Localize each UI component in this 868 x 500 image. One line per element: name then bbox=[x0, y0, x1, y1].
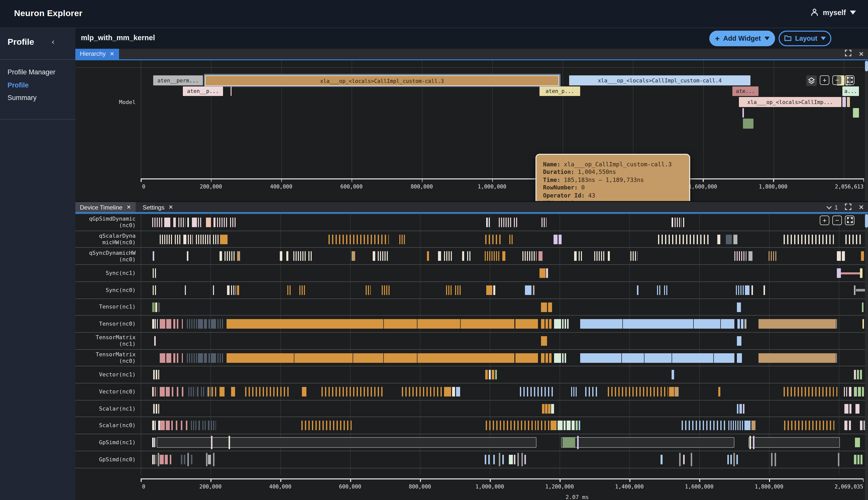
timeline-segment[interactable] bbox=[713, 353, 714, 363]
timeline-segment[interactable] bbox=[218, 353, 223, 363]
timeline-segment[interactable] bbox=[164, 218, 170, 227]
timeline-segment[interactable] bbox=[734, 251, 747, 261]
timeline-segment[interactable] bbox=[683, 218, 684, 227]
timeline-segment[interactable] bbox=[658, 235, 711, 244]
timeline-segment[interactable] bbox=[154, 438, 156, 447]
timeline-segment[interactable] bbox=[217, 218, 228, 227]
tab-close-icon[interactable]: ✕ bbox=[169, 204, 173, 211]
timeline-segment[interactable] bbox=[608, 387, 668, 397]
timeline-segment[interactable] bbox=[849, 404, 852, 413]
timeline-segment[interactable] bbox=[378, 251, 388, 261]
timeline-segment[interactable] bbox=[227, 285, 230, 295]
timeline-segment[interactable] bbox=[549, 353, 552, 363]
timeline-segment[interactable] bbox=[499, 218, 512, 227]
timeline-segment[interactable] bbox=[842, 251, 845, 261]
timeline-segment[interactable] bbox=[198, 353, 203, 363]
flame-bar[interactable]: xla___op_<locals>CallImpl_custom-call.4 bbox=[569, 75, 751, 85]
timeline-segment[interactable] bbox=[768, 251, 777, 261]
flame-bar[interactable] bbox=[853, 108, 859, 117]
sidebar-collapse-icon[interactable]: ‹ bbox=[52, 37, 55, 46]
timeline-segment[interactable] bbox=[669, 387, 674, 397]
timeline-segment[interactable] bbox=[737, 302, 741, 312]
timeline-segment[interactable] bbox=[204, 319, 207, 329]
timeline-segment[interactable] bbox=[579, 251, 583, 261]
timeline-segment[interactable] bbox=[856, 289, 866, 292]
timeline-segment[interactable] bbox=[152, 319, 154, 329]
timeline-segment[interactable] bbox=[382, 285, 390, 295]
timeline-row-track[interactable] bbox=[141, 333, 868, 349]
timeline-segment[interactable] bbox=[427, 251, 429, 261]
timeline-segment[interactable] bbox=[753, 436, 754, 449]
timeline-segment[interactable] bbox=[672, 218, 673, 227]
timeline-segment[interactable] bbox=[784, 235, 834, 244]
timeline-segment[interactable] bbox=[862, 387, 864, 397]
timeline-segment[interactable] bbox=[160, 387, 165, 397]
timeline-segment[interactable] bbox=[220, 235, 228, 244]
timeline-row-track[interactable] bbox=[141, 265, 868, 281]
timeline-segment[interactable] bbox=[206, 453, 207, 466]
timeline-segment[interactable] bbox=[661, 455, 662, 464]
timeline-segment[interactable] bbox=[693, 319, 694, 329]
timeline-segment[interactable] bbox=[524, 455, 526, 464]
timeline-segment[interactable] bbox=[784, 421, 834, 430]
timeline-segment[interactable] bbox=[383, 353, 384, 363]
timeline-segment[interactable] bbox=[328, 235, 389, 244]
tab-close-icon[interactable]: ✕ bbox=[126, 204, 131, 211]
timeline-segment[interactable] bbox=[657, 285, 661, 295]
timeline-row-track[interactable] bbox=[141, 214, 868, 230]
timeline-segment[interactable] bbox=[182, 319, 183, 329]
zoom-out-button[interactable]: − bbox=[832, 75, 842, 85]
timeline-segment[interactable] bbox=[737, 319, 740, 329]
timeline-segment[interactable] bbox=[227, 319, 538, 329]
timeline-segment[interactable] bbox=[185, 285, 186, 295]
layout-button[interactable]: Layout bbox=[778, 31, 831, 46]
timeline-segment[interactable] bbox=[152, 387, 154, 397]
timeline-segment[interactable] bbox=[153, 404, 155, 413]
timeline-segment[interactable] bbox=[525, 285, 531, 295]
timeline-segment[interactable] bbox=[644, 353, 645, 363]
timeline-row-track[interactable] bbox=[141, 434, 868, 451]
timeline-segment[interactable] bbox=[771, 453, 773, 466]
timeline-segment[interactable] bbox=[675, 387, 679, 397]
timeline-segment[interactable] bbox=[485, 251, 500, 261]
timeline-segment[interactable] bbox=[551, 404, 554, 413]
timeline-row-track[interactable] bbox=[141, 350, 868, 366]
timeline-segment[interactable] bbox=[182, 353, 183, 363]
timeline-segment[interactable] bbox=[177, 319, 178, 329]
timeline-segment[interactable] bbox=[736, 285, 744, 295]
timeline-segment[interactable] bbox=[299, 285, 305, 295]
timeline-segment[interactable] bbox=[580, 353, 734, 363]
timeline-segment[interactable] bbox=[622, 319, 623, 329]
timeline-segment[interactable] bbox=[485, 235, 502, 244]
timeline-segment[interactable] bbox=[170, 455, 171, 464]
timeline-segment[interactable] bbox=[502, 455, 504, 464]
timeline-row-track[interactable] bbox=[141, 231, 868, 247]
timeline-segment[interactable] bbox=[759, 319, 836, 329]
timeline-segment[interactable] bbox=[844, 404, 848, 413]
timeline-segment[interactable] bbox=[546, 268, 548, 278]
timeline-segment[interactable] bbox=[541, 353, 544, 363]
timeline-segment[interactable] bbox=[733, 453, 735, 466]
timeline-segment[interactable] bbox=[486, 421, 536, 430]
timeline-segment[interactable] bbox=[857, 370, 859, 380]
timeline-segment[interactable] bbox=[562, 353, 564, 363]
timeline-segment[interactable] bbox=[173, 353, 175, 363]
timeline-segment[interactable] bbox=[558, 421, 563, 430]
timeline-segment[interactable] bbox=[183, 235, 186, 244]
timeline-segment[interactable] bbox=[211, 421, 216, 430]
timeline-segment[interactable] bbox=[499, 453, 500, 466]
timeline-segment[interactable] bbox=[165, 455, 168, 464]
timeline-segment[interactable] bbox=[488, 455, 490, 464]
row-count-selector[interactable]: 1 bbox=[826, 204, 838, 211]
timeline-segment[interactable] bbox=[489, 218, 490, 227]
user-menu[interactable]: myself bbox=[810, 8, 856, 16]
timeline-segment[interactable] bbox=[841, 272, 861, 274]
timeline-segment[interactable] bbox=[844, 421, 847, 430]
flame-bar[interactable]: aten_p... bbox=[540, 86, 580, 96]
timeline-segment[interactable] bbox=[204, 353, 207, 363]
timeline-segment[interactable] bbox=[493, 285, 495, 295]
timeline-segment[interactable] bbox=[155, 302, 157, 312]
flame-bar[interactable] bbox=[742, 108, 744, 117]
timeline-segment[interactable] bbox=[229, 436, 230, 449]
hierarchy-scrollbar-thumb[interactable] bbox=[865, 60, 868, 71]
